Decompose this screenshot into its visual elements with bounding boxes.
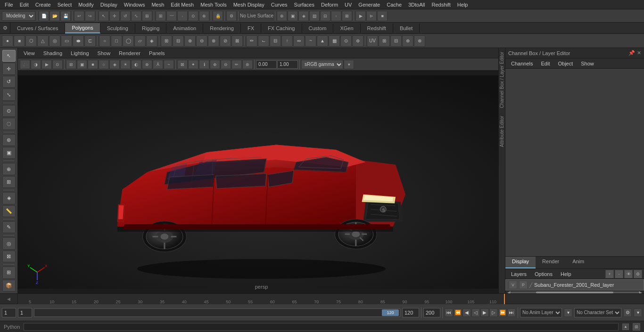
menu-curves[interactable]: Curves xyxy=(268,1,290,8)
select-edge-btn[interactable]: ⊟ xyxy=(320,11,330,21)
menu-modify[interactable]: Modify xyxy=(75,1,96,8)
loop-cut-btn[interactable]: ⊟ xyxy=(270,35,281,47)
pb-go-end-btn[interactable]: ⏭ xyxy=(507,308,516,317)
extrude-btn[interactable]: ⊞ xyxy=(161,35,172,47)
le-layer-settings-btn[interactable]: ⚙ xyxy=(634,270,642,278)
right-panel-pin-icon[interactable]: 📌 xyxy=(628,50,635,56)
menu-deform[interactable]: Deform xyxy=(318,1,341,8)
select-face-btn[interactable]: ▨ xyxy=(309,11,320,21)
nurbs-sphere-btn[interactable]: ○ xyxy=(99,35,110,47)
pb-play-back-btn[interactable]: ◁ xyxy=(471,308,480,317)
tab-animation[interactable]: Animation xyxy=(166,24,203,33)
vt-camera-far-input[interactable] xyxy=(277,60,298,69)
open-file-btn[interactable]: 📂 xyxy=(50,11,60,21)
vp-menu-renderer[interactable]: Renderer xyxy=(115,49,144,57)
pb-next-key-btn[interactable]: ⏩ xyxy=(498,308,507,317)
tab-fx-caching[interactable]: FX Caching xyxy=(261,24,302,33)
snap-curve-btn[interactable]: 〰 xyxy=(166,11,177,21)
snap-toggle-btn[interactable]: ◈ xyxy=(2,192,16,204)
plane-btn[interactable]: ▭ xyxy=(61,35,72,47)
quadrangulate-btn[interactable]: ▦ xyxy=(329,35,340,47)
custom-manip-btn[interactable]: ⊞ xyxy=(2,176,16,188)
le-del-layer-btn[interactable]: - xyxy=(615,270,623,278)
status-bar-right-btn[interactable]: ⊞ xyxy=(633,323,640,331)
uv-editor-btn[interactable]: UV xyxy=(367,35,378,47)
merge-btn[interactable]: ⊕ xyxy=(184,35,196,47)
isolate-btn[interactable]: ⊠ xyxy=(2,251,16,262)
char-set-expand-btn[interactable]: ▾ xyxy=(634,308,642,317)
menu-create[interactable]: Create xyxy=(33,1,54,8)
le-tab-display[interactable]: Display xyxy=(505,257,536,268)
le-menu-layers[interactable]: Layers xyxy=(507,270,530,278)
le-tab-render[interactable]: Render xyxy=(536,257,566,268)
vt-aa-btn[interactable]: Å xyxy=(153,60,163,69)
tab-curves-surfaces[interactable]: Curves / Surfaces xyxy=(10,24,65,33)
channel-box-side-tab[interactable]: Channel Box / Layer Editor xyxy=(499,48,505,112)
timeline-start-input[interactable] xyxy=(2,308,16,317)
show-manipulator-btn[interactable]: ⊕ xyxy=(2,163,16,175)
vt-color-profile-expand[interactable]: ▾ xyxy=(344,60,354,69)
vt-hud-btn[interactable]: ℹ xyxy=(199,60,209,69)
le-new-layer-btn[interactable]: + xyxy=(605,270,614,278)
transform-btn[interactable]: ⊞ xyxy=(142,11,152,21)
channel-box-toggle[interactable]: 📦 xyxy=(2,280,16,292)
scale-tool-lt-btn[interactable]: ⤡ xyxy=(2,89,16,100)
le-scrollbar-track[interactable] xyxy=(511,292,639,293)
vt-isolate-btn[interactable]: ⊠ xyxy=(177,60,188,69)
move-tool-lt-btn[interactable]: ✛ xyxy=(2,63,16,74)
vt-crease-btn[interactable]: ⊖ xyxy=(221,60,231,69)
move-tool-btn[interactable]: ✛ xyxy=(109,11,120,21)
boolean-btn[interactable]: ⊠ xyxy=(231,35,243,47)
menu-3dtoall[interactable]: 3DtoAll xyxy=(405,1,428,8)
nurbs-cube-btn[interactable]: □ xyxy=(111,35,122,47)
vt-ssao-btn[interactable]: ⊗ xyxy=(142,60,152,69)
split-btn[interactable]: ⊖ xyxy=(196,35,207,47)
pb-prev-key-btn[interactable]: ⏪ xyxy=(454,308,462,317)
select-uv-btn[interactable]: ⊠ xyxy=(342,11,352,21)
annotation-btn[interactable]: ✎ xyxy=(2,221,16,233)
vt-camera-near-input[interactable] xyxy=(256,60,277,69)
cube-btn[interactable]: ■ xyxy=(14,35,25,47)
frame-slider-thumb[interactable]: 120 xyxy=(382,309,399,316)
snap-grid-btn[interactable]: ⊞ xyxy=(156,11,166,21)
torus-btn[interactable]: ◎ xyxy=(49,35,60,47)
snap-point-btn[interactable]: · xyxy=(177,11,188,21)
menu-cache[interactable]: Cache xyxy=(384,1,405,8)
vt-sel-hl-btn[interactable]: ⊕ xyxy=(210,60,220,69)
timeline-end-input[interactable] xyxy=(402,308,419,317)
python-input[interactable] xyxy=(24,323,619,331)
render-frame-btn[interactable]: ▶ xyxy=(355,11,366,21)
pb-play-forward-btn[interactable]: ▶ xyxy=(480,308,489,317)
pb-prev-frame-btn[interactable]: ◀ xyxy=(462,308,471,317)
undo-btn[interactable]: ↩ xyxy=(74,11,84,21)
char-set-select[interactable]: No Character Set xyxy=(574,308,621,317)
pb-go-start-btn[interactable]: ⏮ xyxy=(445,308,453,317)
vt-wireframe-btn[interactable]: ▣ xyxy=(77,60,87,69)
anim-layer-expand-btn[interactable]: ▾ xyxy=(564,308,572,317)
cone-btn[interactable]: △ xyxy=(37,35,49,47)
select-obj-btn[interactable]: ▣ xyxy=(288,11,298,21)
sculpt-btn[interactable]: ◌ xyxy=(2,118,16,130)
vp-menu-show[interactable]: Show xyxy=(94,49,115,57)
menu-windows[interactable]: Windows xyxy=(121,1,148,8)
vt-motion-btn[interactable]: ~ xyxy=(164,60,174,69)
snap-view-btn[interactable]: ⊙ xyxy=(188,11,198,21)
disk-btn[interactable]: ⬬ xyxy=(73,35,84,47)
redo-btn[interactable]: ↪ xyxy=(85,11,95,21)
le-scrollbar-thumb[interactable] xyxy=(536,292,613,293)
tab-rendering[interactable]: Rendering xyxy=(203,24,241,33)
select-comp-btn[interactable]: ◈ xyxy=(298,11,309,21)
triangulate-btn[interactable]: ▲ xyxy=(317,35,328,47)
attribute-editor-side-tab[interactable]: Attribute Editor xyxy=(499,112,505,151)
right-panel-close-icon[interactable]: ✕ xyxy=(637,50,641,56)
tab-fx[interactable]: FX xyxy=(241,24,261,33)
le-tab-anim[interactable]: Anim xyxy=(566,257,591,268)
vt-paint-btn[interactable]: ✏ xyxy=(231,60,242,69)
bridge-btn[interactable]: ⊟ xyxy=(173,35,184,47)
vt-shadow-btn[interactable]: ◐ xyxy=(131,60,141,69)
quick-layout-btn[interactable]: ⊞ xyxy=(2,267,16,278)
lasso-select-btn[interactable]: ⊛ xyxy=(2,134,16,146)
tab-redshift[interactable]: Redshift xyxy=(361,24,393,33)
measure-btn[interactable]: 📏 xyxy=(2,205,16,217)
rotate-tool-lt-btn[interactable]: ↺ xyxy=(2,76,16,88)
